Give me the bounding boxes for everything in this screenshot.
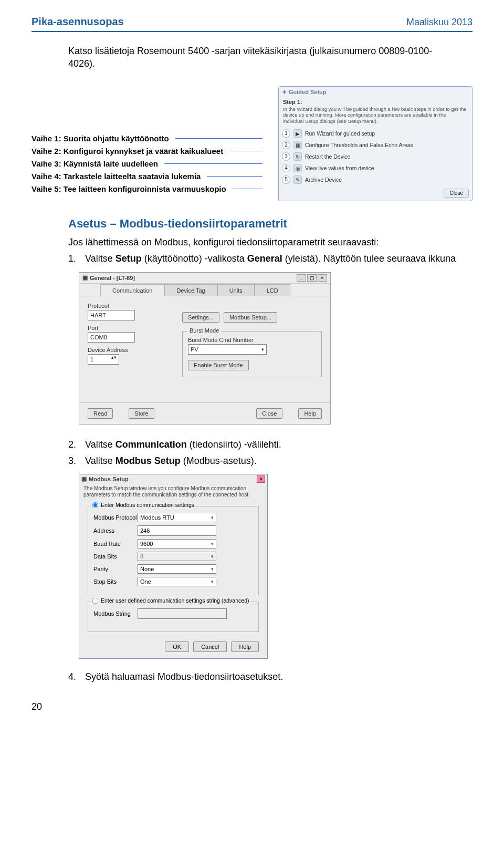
tab-lcd[interactable]: LCD xyxy=(255,284,290,296)
modbus-settings-group: Enter Modbus communication settings Modb… xyxy=(88,506,259,595)
address-input[interactable]: 246 xyxy=(138,525,216,536)
step-number: 1 xyxy=(282,129,290,138)
radio-enter-settings[interactable] xyxy=(92,502,99,509)
databits-select: 8 xyxy=(138,552,216,561)
list-number: 3. xyxy=(68,454,80,468)
list-number: 1. xyxy=(68,252,80,265)
row-label[interactable]: Run Wizard for guided setup xyxy=(305,130,375,137)
step-1: Vaihe 1: Suorita ohjattu käyttöönotto xyxy=(32,132,169,145)
dialog-icon: ▣ xyxy=(81,475,87,482)
device-address-label: Device Address xyxy=(88,347,166,353)
wand-icon: ✦ xyxy=(282,89,287,96)
minimize-icon[interactable]: _ xyxy=(297,274,306,282)
window-icon: ▣ xyxy=(82,274,88,281)
modbus-protocol-label: Modbus Protocol xyxy=(93,514,138,521)
row-label[interactable]: Configure Thresholds and False Echo Area… xyxy=(305,142,413,148)
store-button[interactable]: Store xyxy=(129,408,154,419)
parity-select[interactable]: None xyxy=(138,564,216,574)
port-input[interactable]: COM8 xyxy=(88,332,135,343)
step-4: Vaihe 4: Tarkastele laitteelta saatavia … xyxy=(32,170,201,183)
step1-label: Step 1: xyxy=(283,99,302,105)
close-button[interactable]: Close xyxy=(444,189,469,198)
tab-device-tag[interactable]: Device Tag xyxy=(164,284,217,296)
stopbits-label: Stop Bits xyxy=(93,578,138,585)
settings-button[interactable]: Settings... xyxy=(182,312,219,323)
general-window: ▣ General - [LT-89] _ ▢ × Communication … xyxy=(79,272,331,425)
guided-title: Guided Setup xyxy=(289,89,327,95)
step1-text: Valitse Setup (käyttöönotto) -valikosta … xyxy=(85,252,456,265)
help-button[interactable]: Help xyxy=(298,408,322,419)
row-label[interactable]: View live values from device xyxy=(305,165,374,171)
list-number: 2. xyxy=(68,438,80,451)
parity-label: Parity xyxy=(93,566,138,572)
radio1-label: Enter Modbus communication settings xyxy=(101,502,194,508)
step3-text: Valitse Modbus Setup (Modbus-asetus). xyxy=(85,454,257,468)
protocol-label: Protocol xyxy=(88,303,166,309)
step-number: 3 xyxy=(282,152,290,161)
row-label[interactable]: Restart the Device xyxy=(305,153,350,160)
guided-setup-panel: ✦ Guided Setup Step 1: In the Wizard dia… xyxy=(278,86,472,202)
radio-user-defined[interactable] xyxy=(92,598,99,604)
burst-mode-legend: Burst Mode xyxy=(187,327,222,334)
modbus-desc: The Modbus Setup window lets you configu… xyxy=(79,484,267,504)
header-right: Maaliskuu 2013 xyxy=(406,17,472,28)
read-button[interactable]: Read xyxy=(88,408,113,419)
step-number: 2 xyxy=(282,141,290,149)
databits-label: Data Bits xyxy=(93,553,138,560)
page-number: 20 xyxy=(32,701,472,712)
port-label: Port xyxy=(88,325,166,331)
step-3: Vaihe 3: Käynnistä laite uudelleen xyxy=(32,158,158,170)
stopbits-select[interactable]: One xyxy=(138,577,216,586)
modbus-protocol-select[interactable]: Modbus RTU xyxy=(138,513,216,522)
step-5: Vaihe 5: Tee laitteen konfiguroinnista v… xyxy=(32,183,226,195)
close-icon[interactable]: × xyxy=(318,274,327,282)
step4-text: Syötä haluamasi Modbus-tiedonsiirtoasetu… xyxy=(85,670,283,684)
section-intro: Jos lähettimessä on Modbus, konfiguroi t… xyxy=(68,236,462,249)
maximize-icon[interactable]: ▢ xyxy=(307,274,317,282)
step-number: 5 xyxy=(282,175,290,184)
tab-units[interactable]: Units xyxy=(217,284,255,296)
protocol-input[interactable]: HART xyxy=(88,310,135,320)
device-address-input[interactable]: 1▴▾ xyxy=(88,354,119,365)
baud-select[interactable]: 9600 xyxy=(138,539,216,548)
modbus-setup-dialog: ▣ Modbus Setup × The Modbus Setup window… xyxy=(79,474,268,659)
ok-button[interactable]: OK xyxy=(165,641,189,652)
close-button[interactable]: Close xyxy=(256,408,282,419)
thresholds-icon[interactable]: ▦ xyxy=(293,141,302,149)
modbus-string-input xyxy=(138,608,227,619)
step-2: Vaihe 2: Konfiguroi kynnykset ja väärät … xyxy=(32,145,223,158)
header-left: Pika-asennusopas xyxy=(32,16,124,28)
list-number: 4. xyxy=(68,670,80,684)
wizard-icon[interactable]: ▶ xyxy=(293,129,302,138)
burst-cmd-select[interactable]: PV▾ xyxy=(188,344,267,355)
tab-communication[interactable]: Communication xyxy=(100,284,164,296)
help-button[interactable]: Help xyxy=(231,641,259,652)
guided-desc: In the Wizard dialog you will be guided … xyxy=(283,106,468,125)
live-values-icon[interactable]: ◎ xyxy=(293,164,302,172)
step-number: 4 xyxy=(282,164,290,172)
step2-text: Valitse Communication (tiedonsiirto) -vä… xyxy=(85,438,281,451)
radio2-label: Enter user defined communication setting… xyxy=(101,597,249,604)
cancel-button[interactable]: Cancel xyxy=(193,641,227,652)
baud-label: Baud Rate xyxy=(93,541,138,547)
address-label: Address xyxy=(93,527,138,534)
row-label[interactable]: Archive Device xyxy=(305,177,342,183)
window-title: General - [LT-89] xyxy=(90,275,135,281)
enable-burst-button[interactable]: Enable Burst Mode xyxy=(188,360,249,370)
intro-text: Katso lisätietoja Rosemount 5400 -sarjan… xyxy=(68,45,457,70)
burst-cmd-label: Burst Mode Cmd Number xyxy=(188,337,316,343)
close-icon[interactable]: × xyxy=(257,475,265,483)
archive-icon[interactable]: ✎ xyxy=(293,175,302,184)
modbus-string-label: Modbus String xyxy=(93,610,138,617)
step-list: Vaihe 1: Suorita ohjattu käyttöönotto Va… xyxy=(32,86,262,195)
section-title: Asetus – Modbus-tiedonsiirtoparametrit xyxy=(68,217,472,231)
restart-icon[interactable]: ↻ xyxy=(293,152,302,161)
wizard-row: Vaihe 1: Suorita ohjattu käyttöönotto Va… xyxy=(32,86,472,202)
modbus-title: Modbus Setup xyxy=(89,476,129,482)
modbus-setup-button[interactable]: Modbus Setup... xyxy=(224,312,277,323)
